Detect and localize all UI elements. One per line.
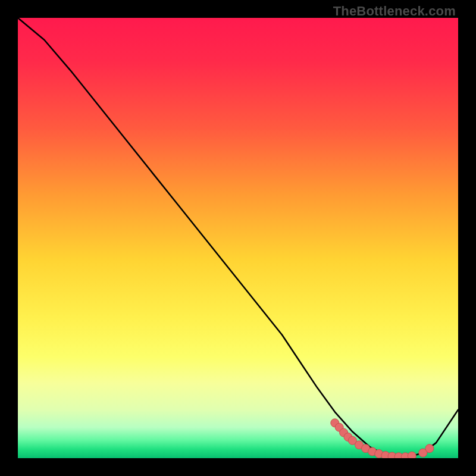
gradient-plot-area xyxy=(18,18,458,458)
curve-marker xyxy=(425,444,434,453)
watermark-text: TheBottleneck.com xyxy=(333,4,456,19)
curve-marker xyxy=(408,452,416,458)
curve-line xyxy=(18,18,458,457)
chart-frame: TheBottleneck.com xyxy=(0,0,476,476)
chart-svg xyxy=(18,18,458,458)
